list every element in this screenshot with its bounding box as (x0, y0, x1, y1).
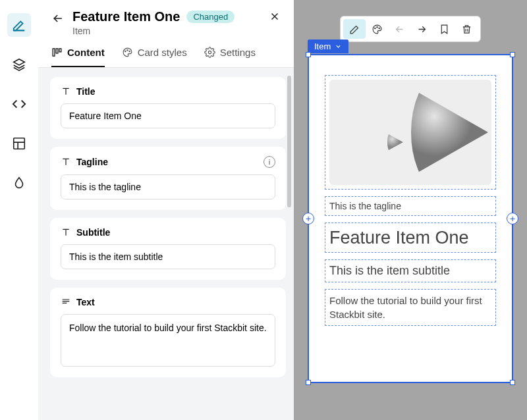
tagline-input[interactable]: This is the tagline (61, 174, 275, 199)
preview-subtitle-slot[interactable]: This is the item subtitle (325, 259, 496, 282)
text-icon (61, 157, 71, 167)
rail-drop[interactable] (7, 171, 31, 195)
title-row: Feature Item One Changed (72, 9, 261, 24)
tabs: Content Card styles Settings (38, 36, 294, 68)
add-handle-right[interactable]: + (507, 213, 518, 224)
tab-card-styles[interactable]: Card styles (122, 47, 187, 67)
toolbar-palette[interactable] (366, 19, 388, 39)
tab-settings[interactable]: Settings (204, 47, 256, 67)
panel-header: Feature Item One Changed Item (38, 0, 294, 36)
panel-title: Feature Item One (72, 9, 180, 24)
arrow-left-icon (51, 12, 65, 25)
text-icon (61, 86, 71, 97)
close-button[interactable] (269, 11, 281, 26)
preview-title: Feature Item One (329, 227, 491, 248)
svg-point-8 (374, 28, 375, 28)
svg-point-7 (208, 51, 211, 53)
content-icon (51, 47, 63, 58)
gear-icon (204, 47, 215, 58)
field-card-tagline: Tagline i This is the tagline (50, 147, 286, 210)
resize-handle-br[interactable] (510, 380, 515, 385)
tab-content[interactable]: Content (51, 47, 105, 67)
editor-panel: Feature Item One Changed Item Content Ca… (38, 0, 294, 420)
selection-label-text: Item (314, 41, 331, 51)
svg-point-10 (378, 28, 379, 28)
toolbar-trash[interactable] (455, 19, 478, 39)
text-icon (61, 227, 71, 238)
palette-icon (122, 47, 133, 58)
field-card-subtitle: Subtitle This is the item subtitle (50, 218, 286, 280)
svg-rect-0 (14, 138, 25, 149)
svg-point-5 (126, 50, 127, 51)
subtitle-input[interactable]: This is the item subtitle (61, 244, 275, 269)
status-badge: Changed (186, 11, 235, 23)
paragraph-icon (61, 297, 71, 307)
field-label: Subtitle (76, 227, 110, 238)
field-label-row: Subtitle (61, 227, 275, 238)
field-label: Text (76, 297, 95, 307)
field-card-text: Text Follow the tutorial to build your f… (50, 288, 286, 377)
text-input[interactable]: Follow the tutorial to build your first … (61, 314, 275, 367)
tab-content-label: Content (67, 47, 105, 58)
field-card-title: Title Feature Item One (50, 77, 286, 139)
fields-area: Title Feature Item One Tagline i This is… (38, 68, 294, 420)
rail-code[interactable] (7, 92, 31, 116)
field-label-row: Tagline i (61, 156, 275, 168)
media-placeholder (329, 80, 491, 185)
rail-layout[interactable] (7, 132, 31, 155)
arrow-left-icon (394, 24, 405, 35)
resize-handle-tr[interactable] (510, 52, 515, 57)
layout-icon (12, 136, 26, 151)
svg-rect-1 (53, 49, 55, 56)
selected-element[interactable]: + + This is the tagline Feature Item One… (308, 54, 513, 383)
preview-text: Follow the tutorial to build your first … (329, 294, 491, 321)
play-icon-large (393, 83, 491, 182)
pencil-icon (349, 24, 360, 35)
svg-rect-3 (59, 49, 61, 52)
field-label-row: Text (61, 297, 275, 307)
svg-point-9 (376, 26, 377, 27)
side-rail (0, 0, 38, 420)
pencil-icon (12, 18, 26, 32)
svg-point-4 (125, 51, 125, 51)
rail-edit[interactable] (7, 13, 31, 37)
header-text: Feature Item One Changed Item (72, 9, 261, 36)
preview-stage: Item + + This is the tagline Feature Ite… (308, 54, 513, 383)
panel-subtitle: Item (72, 26, 261, 36)
toolbar-edit[interactable] (343, 19, 366, 39)
back-button[interactable] (51, 12, 65, 28)
add-handle-left[interactable]: + (302, 213, 314, 224)
preview-text-slot[interactable]: Follow the tutorial to build your first … (325, 289, 496, 326)
toolbar-bookmark[interactable] (433, 19, 455, 39)
rail-layers[interactable] (7, 53, 31, 76)
resize-handle-tl[interactable] (306, 52, 311, 57)
field-label: Title (76, 86, 96, 97)
field-label: Tagline (76, 157, 108, 167)
trash-icon (461, 24, 472, 35)
resize-handle-bl[interactable] (306, 380, 311, 385)
tab-settings-label: Settings (220, 47, 256, 58)
palette-icon (372, 24, 383, 35)
toolbar-forward[interactable] (410, 19, 433, 39)
scrollbar[interactable] (287, 76, 291, 207)
code-icon (12, 97, 26, 111)
preview-subtitle: This is the item subtitle (329, 264, 491, 278)
svg-point-6 (129, 51, 130, 51)
preview-tagline: This is the tagline (329, 201, 491, 211)
field-label-row: Title (61, 86, 275, 97)
preview-area: Item + + This is the tagline Feature Ite… (294, 0, 527, 420)
bookmark-icon (439, 24, 450, 35)
preview-tagline-slot[interactable]: This is the tagline (325, 196, 496, 216)
chevron-down-icon (335, 43, 342, 50)
toolbar-back[interactable] (388, 19, 410, 39)
layers-icon (12, 57, 26, 72)
info-icon[interactable]: i (264, 156, 275, 168)
selection-label[interactable]: Item (308, 39, 348, 53)
svg-rect-2 (56, 49, 58, 53)
close-icon (269, 11, 281, 22)
tab-card-styles-label: Card styles (138, 47, 187, 58)
title-input[interactable]: Feature Item One (61, 103, 275, 128)
arrow-right-icon (416, 24, 428, 35)
preview-media-slot[interactable] (325, 75, 496, 190)
preview-title-slot[interactable]: Feature Item One (325, 223, 496, 253)
